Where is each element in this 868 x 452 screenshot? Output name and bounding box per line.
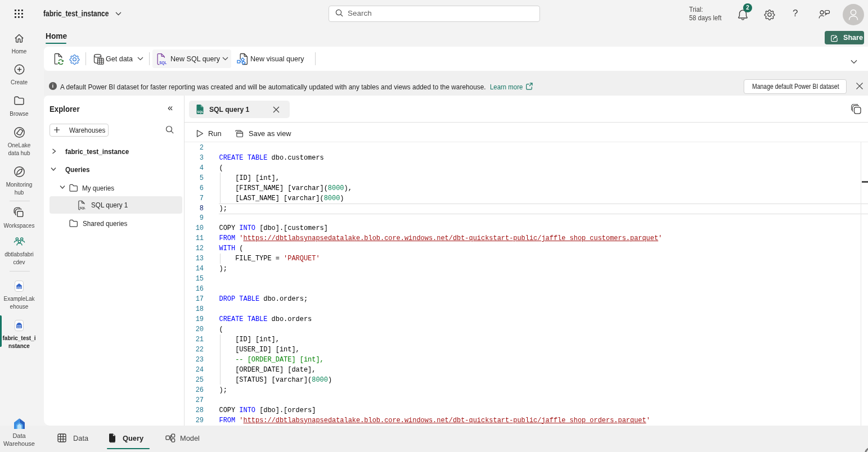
svg-text:SQL: SQL <box>197 110 204 113</box>
svg-text:SQL: SQL <box>80 206 86 210</box>
svg-text:SQL: SQL <box>159 61 167 65</box>
